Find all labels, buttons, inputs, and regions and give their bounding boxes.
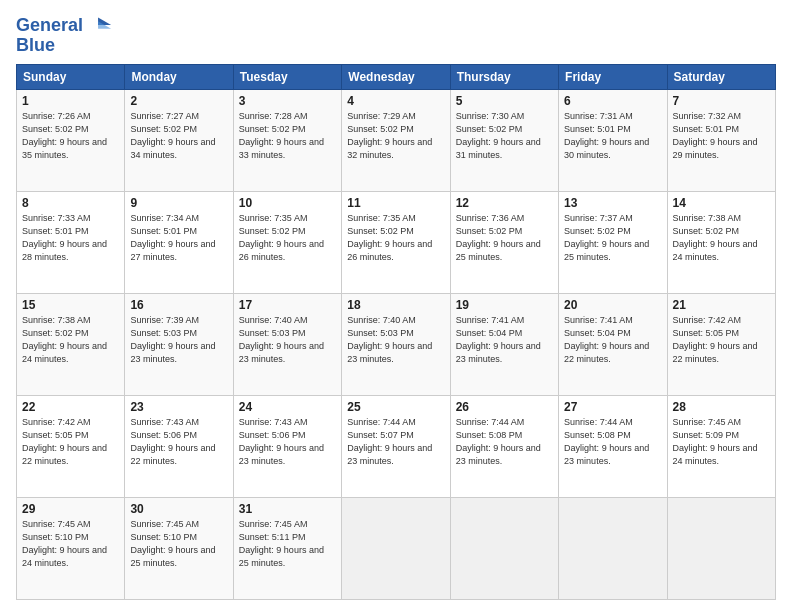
day-info: Sunrise: 7:41 AMSunset: 5:04 PMDaylight:… [564, 315, 649, 364]
weekday-saturday: Saturday [667, 64, 775, 89]
day-info: Sunrise: 7:45 AMSunset: 5:10 PMDaylight:… [130, 519, 215, 568]
day-number: 3 [239, 94, 336, 108]
day-number: 16 [130, 298, 227, 312]
day-info: Sunrise: 7:40 AMSunset: 5:03 PMDaylight:… [239, 315, 324, 364]
day-number: 11 [347, 196, 444, 210]
day-info: Sunrise: 7:44 AMSunset: 5:07 PMDaylight:… [347, 417, 432, 466]
day-number: 22 [22, 400, 119, 414]
day-number: 20 [564, 298, 661, 312]
day-number: 4 [347, 94, 444, 108]
day-info: Sunrise: 7:43 AMSunset: 5:06 PMDaylight:… [239, 417, 324, 466]
day-cell-2: 2 Sunrise: 7:27 AMSunset: 5:02 PMDayligh… [125, 89, 233, 191]
weekday-header-row: SundayMondayTuesdayWednesdayThursdayFrid… [17, 64, 776, 89]
day-info: Sunrise: 7:27 AMSunset: 5:02 PMDaylight:… [130, 111, 215, 160]
day-number: 6 [564, 94, 661, 108]
day-cell-30: 30 Sunrise: 7:45 AMSunset: 5:10 PMDaylig… [125, 497, 233, 599]
weekday-thursday: Thursday [450, 64, 558, 89]
day-info: Sunrise: 7:43 AMSunset: 5:06 PMDaylight:… [130, 417, 215, 466]
day-info: Sunrise: 7:30 AMSunset: 5:02 PMDaylight:… [456, 111, 541, 160]
day-cell-20: 20 Sunrise: 7:41 AMSunset: 5:04 PMDaylig… [559, 293, 667, 395]
day-cell-10: 10 Sunrise: 7:35 AMSunset: 5:02 PMDaylig… [233, 191, 341, 293]
day-cell-25: 25 Sunrise: 7:44 AMSunset: 5:07 PMDaylig… [342, 395, 450, 497]
day-number: 19 [456, 298, 553, 312]
day-info: Sunrise: 7:36 AMSunset: 5:02 PMDaylight:… [456, 213, 541, 262]
day-info: Sunrise: 7:45 AMSunset: 5:10 PMDaylight:… [22, 519, 107, 568]
day-cell-22: 22 Sunrise: 7:42 AMSunset: 5:05 PMDaylig… [17, 395, 125, 497]
calendar-week-4: 22 Sunrise: 7:42 AMSunset: 5:05 PMDaylig… [17, 395, 776, 497]
day-cell-11: 11 Sunrise: 7:35 AMSunset: 5:02 PMDaylig… [342, 191, 450, 293]
day-info: Sunrise: 7:32 AMSunset: 5:01 PMDaylight:… [673, 111, 758, 160]
day-cell-21: 21 Sunrise: 7:42 AMSunset: 5:05 PMDaylig… [667, 293, 775, 395]
day-number: 7 [673, 94, 770, 108]
day-number: 9 [130, 196, 227, 210]
day-info: Sunrise: 7:35 AMSunset: 5:02 PMDaylight:… [347, 213, 432, 262]
day-cell-31: 31 Sunrise: 7:45 AMSunset: 5:11 PMDaylig… [233, 497, 341, 599]
day-cell-28: 28 Sunrise: 7:45 AMSunset: 5:09 PMDaylig… [667, 395, 775, 497]
day-info: Sunrise: 7:33 AMSunset: 5:01 PMDaylight:… [22, 213, 107, 262]
day-cell-16: 16 Sunrise: 7:39 AMSunset: 5:03 PMDaylig… [125, 293, 233, 395]
header: General Blue [16, 12, 776, 56]
day-info: Sunrise: 7:39 AMSunset: 5:03 PMDaylight:… [130, 315, 215, 364]
day-cell-29: 29 Sunrise: 7:45 AMSunset: 5:10 PMDaylig… [17, 497, 125, 599]
day-cell-8: 8 Sunrise: 7:33 AMSunset: 5:01 PMDayligh… [17, 191, 125, 293]
day-info: Sunrise: 7:26 AMSunset: 5:02 PMDaylight:… [22, 111, 107, 160]
weekday-monday: Monday [125, 64, 233, 89]
day-number: 13 [564, 196, 661, 210]
day-number: 23 [130, 400, 227, 414]
day-info: Sunrise: 7:41 AMSunset: 5:04 PMDaylight:… [456, 315, 541, 364]
day-number: 5 [456, 94, 553, 108]
day-number: 21 [673, 298, 770, 312]
calendar-week-1: 1 Sunrise: 7:26 AMSunset: 5:02 PMDayligh… [17, 89, 776, 191]
day-number: 30 [130, 502, 227, 516]
day-cell-1: 1 Sunrise: 7:26 AMSunset: 5:02 PMDayligh… [17, 89, 125, 191]
day-number: 24 [239, 400, 336, 414]
calendar-table: SundayMondayTuesdayWednesdayThursdayFrid… [16, 64, 776, 600]
logo-bird-icon [85, 12, 113, 40]
day-number: 2 [130, 94, 227, 108]
day-info: Sunrise: 7:45 AMSunset: 5:11 PMDaylight:… [239, 519, 324, 568]
day-number: 29 [22, 502, 119, 516]
day-number: 15 [22, 298, 119, 312]
day-info: Sunrise: 7:38 AMSunset: 5:02 PMDaylight:… [22, 315, 107, 364]
day-number: 12 [456, 196, 553, 210]
day-cell-6: 6 Sunrise: 7:31 AMSunset: 5:01 PMDayligh… [559, 89, 667, 191]
day-number: 31 [239, 502, 336, 516]
weekday-sunday: Sunday [17, 64, 125, 89]
empty-cell [667, 497, 775, 599]
calendar-week-5: 29 Sunrise: 7:45 AMSunset: 5:10 PMDaylig… [17, 497, 776, 599]
day-number: 28 [673, 400, 770, 414]
page: General Blue SundayMondayTuesdayWednesda… [0, 0, 792, 612]
day-info: Sunrise: 7:37 AMSunset: 5:02 PMDaylight:… [564, 213, 649, 262]
day-info: Sunrise: 7:42 AMSunset: 5:05 PMDaylight:… [22, 417, 107, 466]
day-info: Sunrise: 7:40 AMSunset: 5:03 PMDaylight:… [347, 315, 432, 364]
weekday-tuesday: Tuesday [233, 64, 341, 89]
calendar-body: 1 Sunrise: 7:26 AMSunset: 5:02 PMDayligh… [17, 89, 776, 599]
logo: General Blue [16, 12, 113, 56]
day-info: Sunrise: 7:44 AMSunset: 5:08 PMDaylight:… [564, 417, 649, 466]
day-info: Sunrise: 7:42 AMSunset: 5:05 PMDaylight:… [673, 315, 758, 364]
day-cell-7: 7 Sunrise: 7:32 AMSunset: 5:01 PMDayligh… [667, 89, 775, 191]
day-cell-15: 15 Sunrise: 7:38 AMSunset: 5:02 PMDaylig… [17, 293, 125, 395]
day-number: 27 [564, 400, 661, 414]
calendar-week-2: 8 Sunrise: 7:33 AMSunset: 5:01 PMDayligh… [17, 191, 776, 293]
day-cell-3: 3 Sunrise: 7:28 AMSunset: 5:02 PMDayligh… [233, 89, 341, 191]
day-info: Sunrise: 7:31 AMSunset: 5:01 PMDaylight:… [564, 111, 649, 160]
day-number: 10 [239, 196, 336, 210]
day-cell-17: 17 Sunrise: 7:40 AMSunset: 5:03 PMDaylig… [233, 293, 341, 395]
day-cell-9: 9 Sunrise: 7:34 AMSunset: 5:01 PMDayligh… [125, 191, 233, 293]
empty-cell [450, 497, 558, 599]
day-cell-4: 4 Sunrise: 7:29 AMSunset: 5:02 PMDayligh… [342, 89, 450, 191]
day-number: 26 [456, 400, 553, 414]
weekday-friday: Friday [559, 64, 667, 89]
day-cell-27: 27 Sunrise: 7:44 AMSunset: 5:08 PMDaylig… [559, 395, 667, 497]
day-info: Sunrise: 7:44 AMSunset: 5:08 PMDaylight:… [456, 417, 541, 466]
day-cell-24: 24 Sunrise: 7:43 AMSunset: 5:06 PMDaylig… [233, 395, 341, 497]
day-cell-18: 18 Sunrise: 7:40 AMSunset: 5:03 PMDaylig… [342, 293, 450, 395]
day-cell-5: 5 Sunrise: 7:30 AMSunset: 5:02 PMDayligh… [450, 89, 558, 191]
weekday-wednesday: Wednesday [342, 64, 450, 89]
day-cell-12: 12 Sunrise: 7:36 AMSunset: 5:02 PMDaylig… [450, 191, 558, 293]
day-info: Sunrise: 7:28 AMSunset: 5:02 PMDaylight:… [239, 111, 324, 160]
day-info: Sunrise: 7:29 AMSunset: 5:02 PMDaylight:… [347, 111, 432, 160]
day-number: 1 [22, 94, 119, 108]
day-number: 14 [673, 196, 770, 210]
